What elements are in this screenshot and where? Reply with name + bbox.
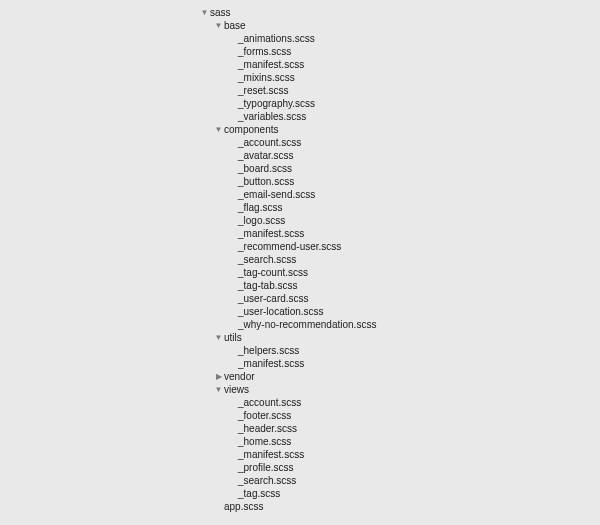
file-node[interactable]: _account.scss <box>200 136 600 149</box>
folder-label: vendor <box>224 370 255 383</box>
folder-label: utils <box>224 331 242 344</box>
file-node[interactable]: _button.scss <box>200 175 600 188</box>
file-label: _account.scss <box>238 396 301 409</box>
file-node[interactable]: _email-send.scss <box>200 188 600 201</box>
file-label: _footer.scss <box>238 409 291 422</box>
disclosure-down-icon[interactable] <box>214 331 223 344</box>
folder-node[interactable]: vendor <box>200 370 600 383</box>
file-label: _manifest.scss <box>238 448 304 461</box>
folder-node[interactable]: sass <box>200 6 600 19</box>
disclosure-down-icon[interactable] <box>200 6 209 19</box>
folder-node[interactable]: utils <box>200 331 600 344</box>
file-label: _board.scss <box>238 162 292 175</box>
file-label: _user-location.scss <box>238 305 324 318</box>
file-node[interactable]: _user-card.scss <box>200 292 600 305</box>
disclosure-down-icon[interactable] <box>214 123 223 136</box>
file-node[interactable]: _home.scss <box>200 435 600 448</box>
file-node[interactable]: _profile.scss <box>200 461 600 474</box>
file-node[interactable]: _manifest.scss <box>200 448 600 461</box>
file-label: _manifest.scss <box>238 227 304 240</box>
file-label: _home.scss <box>238 435 291 448</box>
file-node[interactable]: _tag-tab.scss <box>200 279 600 292</box>
file-node[interactable]: _why-no-recommendation.scss <box>200 318 600 331</box>
disclosure-down-icon[interactable] <box>214 19 223 32</box>
file-label: _variables.scss <box>238 110 306 123</box>
folder-label: components <box>224 123 278 136</box>
file-node[interactable]: _account.scss <box>200 396 600 409</box>
file-label: _animations.scss <box>238 32 315 45</box>
file-node[interactable]: _search.scss <box>200 253 600 266</box>
file-node[interactable]: _animations.scss <box>200 32 600 45</box>
file-node[interactable]: _tag-count.scss <box>200 266 600 279</box>
file-node[interactable]: _manifest.scss <box>200 227 600 240</box>
file-label: _mixins.scss <box>238 71 295 84</box>
file-label: _flag.scss <box>238 201 282 214</box>
file-node[interactable]: _logo.scss <box>200 214 600 227</box>
file-tree: sassbase_animations.scss_forms.scss_mani… <box>0 0 600 513</box>
file-node[interactable]: _header.scss <box>200 422 600 435</box>
folder-label: views <box>224 383 249 396</box>
file-node[interactable]: _manifest.scss <box>200 357 600 370</box>
file-label: _reset.scss <box>238 84 289 97</box>
file-label: _user-card.scss <box>238 292 309 305</box>
file-label: _manifest.scss <box>238 58 304 71</box>
folder-node[interactable]: base <box>200 19 600 32</box>
file-node[interactable]: _helpers.scss <box>200 344 600 357</box>
file-node[interactable]: _typography.scss <box>200 97 600 110</box>
file-label: _button.scss <box>238 175 294 188</box>
folder-label: sass <box>210 6 231 19</box>
file-node[interactable]: _recommend-user.scss <box>200 240 600 253</box>
file-label: _recommend-user.scss <box>238 240 341 253</box>
file-node[interactable]: _footer.scss <box>200 409 600 422</box>
file-label: _tag-count.scss <box>238 266 308 279</box>
file-node[interactable]: app.scss <box>200 500 600 513</box>
file-label: _account.scss <box>238 136 301 149</box>
file-label: _avatar.scss <box>238 149 294 162</box>
disclosure-right-icon[interactable] <box>214 370 223 383</box>
file-node[interactable]: _reset.scss <box>200 84 600 97</box>
file-label: _tag.scss <box>238 487 280 500</box>
file-node[interactable]: _tag.scss <box>200 487 600 500</box>
file-node[interactable]: _search.scss <box>200 474 600 487</box>
file-label: app.scss <box>224 500 263 513</box>
file-node[interactable]: _variables.scss <box>200 110 600 123</box>
folder-label: base <box>224 19 246 32</box>
file-node[interactable]: _forms.scss <box>200 45 600 58</box>
folder-node[interactable]: views <box>200 383 600 396</box>
file-node[interactable]: _manifest.scss <box>200 58 600 71</box>
file-label: _search.scss <box>238 253 296 266</box>
file-label: _email-send.scss <box>238 188 315 201</box>
file-label: _typography.scss <box>238 97 315 110</box>
file-node[interactable]: _avatar.scss <box>200 149 600 162</box>
file-node[interactable]: _board.scss <box>200 162 600 175</box>
file-node[interactable]: _flag.scss <box>200 201 600 214</box>
file-label: _why-no-recommendation.scss <box>238 318 376 331</box>
file-label: _header.scss <box>238 422 297 435</box>
file-label: _tag-tab.scss <box>238 279 297 292</box>
folder-node[interactable]: components <box>200 123 600 136</box>
file-label: _manifest.scss <box>238 357 304 370</box>
disclosure-down-icon[interactable] <box>214 383 223 396</box>
file-label: _profile.scss <box>238 461 294 474</box>
file-node[interactable]: _user-location.scss <box>200 305 600 318</box>
file-label: _search.scss <box>238 474 296 487</box>
file-label: _logo.scss <box>238 214 285 227</box>
file-label: _forms.scss <box>238 45 291 58</box>
file-node[interactable]: _mixins.scss <box>200 71 600 84</box>
file-label: _helpers.scss <box>238 344 299 357</box>
